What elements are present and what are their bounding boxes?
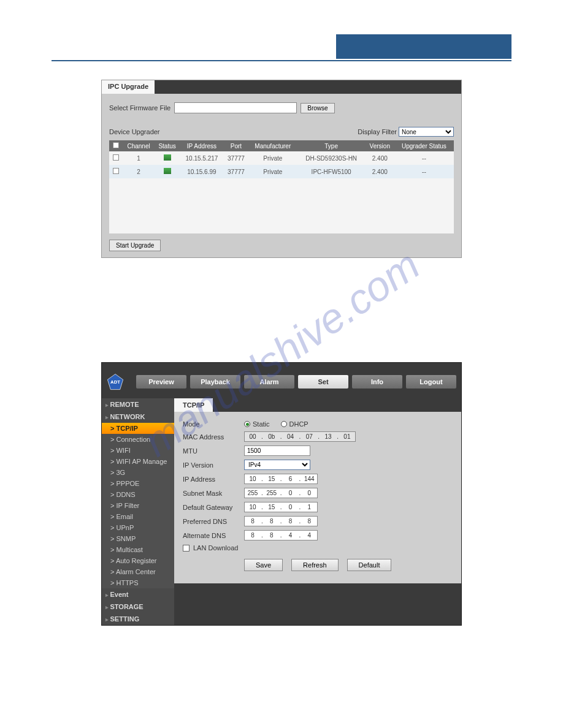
gateway-field[interactable]: 10. 15. 0. 1 (244, 502, 318, 512)
header-blue-box (336, 34, 511, 59)
tab-ipc-upgrade[interactable]: IPC Upgrade (102, 80, 155, 94)
adns-field[interactable]: 8. 8. 4. 4 (244, 530, 318, 540)
static-label: Static (253, 420, 270, 428)
cell-ustatus: -- (394, 151, 454, 165)
pdns-label: Preferred DNS (183, 518, 244, 525)
start-upgrade-button[interactable]: Start Upgrade (109, 240, 161, 251)
cell-channel: 1 (123, 151, 155, 165)
nav-playback[interactable]: Playback (190, 375, 240, 389)
subnet-field[interactable]: 255. 255. 0. 0 (244, 488, 318, 498)
col-version: Version (366, 140, 394, 151)
subnet-label: Subnet Mask (183, 490, 244, 497)
browse-button[interactable]: Browse (301, 103, 334, 113)
content-tab-tcpip[interactable]: TCP/IP (174, 398, 213, 412)
cell-port: 37777 (224, 151, 248, 165)
sidebar-item-ddns[interactable]: > DDNS (102, 489, 174, 500)
cell-channel: 2 (123, 165, 155, 178)
ip-field[interactable]: 10. 15. 6. 144 (244, 474, 318, 484)
cell-version: 2.400 (366, 151, 394, 165)
lan-download-checkbox[interactable] (183, 545, 190, 552)
nav-alarm[interactable]: Alarm (244, 375, 294, 389)
cell-mfg: Private (248, 151, 297, 165)
mtu-input[interactable] (244, 446, 310, 456)
display-filter-label: Display Filter (358, 128, 397, 135)
select-firmware-label: Select Firmware File (109, 104, 170, 112)
gateway-label: Default Gateway (183, 504, 244, 511)
sidebar-item-connection[interactable]: > Connection (102, 434, 174, 445)
sidebar-cat-storage[interactable]: STORAGE (102, 601, 174, 613)
cell-version: 2.400 (366, 165, 394, 178)
nav-set[interactable]: Set (298, 375, 348, 389)
sidebar-cat-remote[interactable]: REMOTE (102, 398, 174, 411)
tcpip-form: Mode Static DHCP MAC Address 00. 0b. 04. (174, 412, 461, 583)
row-checkbox[interactable] (113, 154, 119, 161)
ip-label: IP Address (183, 476, 244, 483)
radio-static[interactable] (244, 421, 250, 427)
mtu-label: MTU (183, 447, 244, 455)
row-checkbox[interactable] (113, 168, 119, 174)
col-mfg: Manufacturer (248, 140, 297, 151)
nav-preview[interactable]: Preview (136, 375, 186, 389)
sidebar-item-3g[interactable]: > 3G (102, 467, 174, 478)
table-row[interactable]: 2 10.15.6.99 37777 Private IPC-HFW5100 2… (109, 165, 454, 178)
sidebar-item-email[interactable]: > Email (102, 511, 174, 522)
device-upgrader-label: Device Upgrader (109, 128, 160, 135)
col-upgrader-status: Upgrader Status (394, 140, 454, 151)
sidebar-item-pppoe[interactable]: > PPPOE (102, 478, 174, 489)
refresh-button[interactable]: Refresh (291, 559, 339, 571)
save-button[interactable]: Save (244, 559, 283, 571)
tcpip-panel: ADT Preview Playback Alarm Set Info Logo… (101, 362, 462, 626)
mode-label: Mode (183, 420, 244, 428)
sidebar-item-ipfilter[interactable]: > IP Filter (102, 500, 174, 511)
default-button[interactable]: Default (347, 559, 392, 571)
col-status: Status (155, 140, 180, 151)
radio-dhcp[interactable] (281, 421, 287, 427)
sidebar-cat-event[interactable]: Event (102, 588, 174, 601)
table-spacer (109, 178, 454, 233)
dhcp-label: DHCP (289, 420, 308, 428)
adns-label: Alternate DNS (183, 532, 244, 539)
col-port: Port (224, 140, 248, 151)
col-channel: Channel (123, 140, 155, 151)
sidebar-item-snmp[interactable]: > SNMP (102, 533, 174, 544)
pdns-field[interactable]: 8. 8. 8. 8 (244, 516, 318, 526)
nav-info[interactable]: Info (352, 375, 402, 389)
sidebar-item-wifiap[interactable]: > WIFI AP Manage (102, 456, 174, 467)
status-icon (164, 168, 171, 174)
col-type: Type (297, 140, 366, 151)
header-divider (52, 60, 511, 61)
firmware-file-input[interactable] (174, 102, 297, 113)
sidebar: REMOTE NETWORK > TCP/IP > Connection > W… (102, 398, 174, 625)
sidebar-item-alarmcenter[interactable]: > Alarm Center (102, 566, 174, 577)
status-icon (164, 154, 171, 161)
nav-logout[interactable]: Logout (406, 375, 456, 389)
cell-ustatus: -- (394, 165, 454, 178)
cell-mfg: Private (248, 165, 297, 178)
cell-ip: 10.15.5.217 (180, 151, 224, 165)
ipversion-select[interactable]: IPv4 (244, 460, 310, 470)
mac-field: 00. 0b. 04. 07. 13. 01 (244, 431, 356, 442)
svg-text:ADT: ADT (110, 379, 120, 385)
cell-port: 37777 (224, 165, 248, 178)
cell-ip: 10.15.6.99 (180, 165, 224, 178)
sidebar-item-wifi[interactable]: > WIFI (102, 445, 174, 456)
col-ip: IP Address (180, 140, 224, 151)
table-row[interactable]: 1 10.15.5.217 37777 Private DH-SD59230S-… (109, 151, 454, 165)
sidebar-item-autoregister[interactable]: > Auto Register (102, 555, 174, 566)
ipc-upgrade-panel: IPC Upgrade Select Firmware File Browse … (101, 80, 462, 258)
cell-type: IPC-HFW5100 (297, 165, 366, 178)
select-all-checkbox[interactable] (113, 142, 119, 148)
sidebar-cat-setting[interactable]: SETTING (102, 613, 174, 625)
device-table: Channel Status IP Address Port Manufactu… (109, 140, 454, 233)
adt-logo: ADT (107, 369, 124, 395)
sidebar-item-https[interactable]: > HTTPS (102, 577, 174, 588)
cell-type: DH-SD59230S-HN (297, 151, 366, 165)
sidebar-item-tcpip[interactable]: > TCP/IP (102, 423, 174, 434)
ipversion-label: IP Version (183, 461, 244, 469)
sidebar-item-upnp[interactable]: > UPnP (102, 522, 174, 533)
lan-download-label: LAN Download (193, 544, 238, 552)
display-filter-select[interactable]: None (399, 127, 454, 137)
sidebar-item-multicast[interactable]: > Multicast (102, 544, 174, 555)
mac-label: MAC Address (183, 433, 244, 441)
sidebar-cat-network[interactable]: NETWORK (102, 411, 174, 423)
